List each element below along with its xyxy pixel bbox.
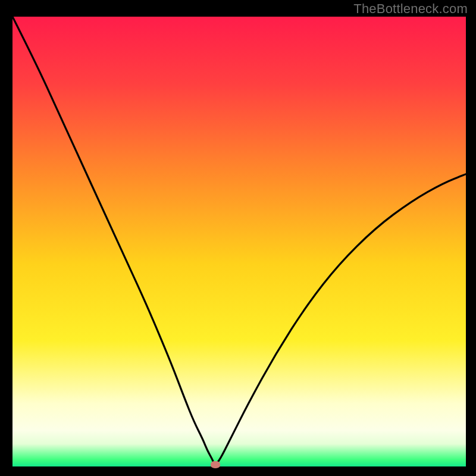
optimal-marker: [211, 461, 220, 468]
outer-frame: TheBottleneck.com: [0, 0, 476, 476]
bottleneck-chart: [12, 17, 466, 466]
gradient-background: [12, 17, 466, 466]
watermark-text: TheBottleneck.com: [353, 1, 468, 17]
